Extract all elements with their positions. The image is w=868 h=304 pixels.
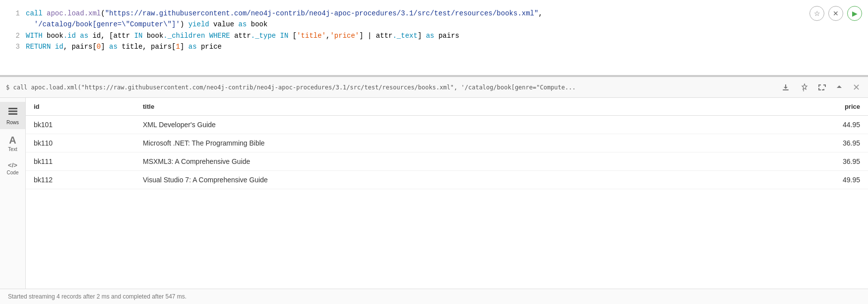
code-content-2: WITH book.id as id, [attr IN book._child… [26, 30, 838, 41]
svg-rect-3 [8, 111, 17, 112]
scroll-top-button[interactable] [833, 81, 846, 94]
results-panel: $ call apoc.load.xml("https://raw.github… [0, 77, 868, 304]
results-close-button[interactable]: ✕ [851, 80, 862, 95]
svg-rect-2 [8, 108, 17, 109]
code-editor: 1 call apoc.load.xml("https://raw.github… [0, 0, 868, 77]
code-content-1b: '/catalog/book[genre=\"Computer\"]') yie… [26, 19, 838, 30]
results-toolbar-actions: ✕ [779, 80, 862, 95]
col-header-title: title [135, 98, 808, 116]
star-button[interactable]: ☆ [809, 6, 824, 21]
cell-price: 36.95 [808, 152, 868, 171]
table-row: bk112Visual Studio 7: A Comprehensive Gu… [26, 171, 868, 189]
results-toolbar: $ call apoc.load.xml("https://raw.github… [0, 77, 868, 98]
sidebar: Rows A Text </> Code [0, 98, 26, 289]
cell-id: bk111 [26, 152, 135, 171]
code-icon: </> [8, 162, 17, 168]
cell-price: 44.95 [808, 116, 868, 134]
code-line-2: 2 WITH book.id as id, [attr IN book._chi… [8, 30, 838, 41]
cell-id: bk110 [26, 134, 135, 152]
close-button[interactable]: ✕ [828, 6, 843, 21]
download-button[interactable] [779, 81, 792, 94]
status-bar: Started streaming 4 records after 2 ms a… [0, 289, 868, 304]
expand-button[interactable] [815, 81, 828, 94]
table-row: bk110Microsoft .NET: The Programming Bib… [26, 134, 868, 152]
sidebar-item-code[interactable]: </> Code [0, 158, 25, 179]
status-message: Started streaming 4 records after 2 ms a… [8, 293, 186, 300]
table-area: id title price bk101XML Developer's Guid… [26, 98, 868, 289]
cell-price: 49.95 [808, 171, 868, 189]
text-icon: A [9, 135, 16, 145]
cell-id: bk101 [26, 116, 135, 134]
rows-label: Rows [6, 120, 19, 125]
sidebar-item-text[interactable]: A Text [0, 131, 25, 156]
editor-actions: ☆ ✕ ▶ [809, 6, 862, 21]
code-line-1b: '/catalog/book[genre=\"Computer\"]') yie… [8, 19, 838, 30]
rows-icon [7, 106, 18, 118]
text-label: Text [8, 147, 17, 152]
svg-rect-4 [8, 113, 17, 115]
code-content-1: call apoc.load.xml("https://raw.githubus… [26, 8, 838, 19]
results-query-preview: $ call apoc.load.xml("https://raw.github… [6, 84, 773, 91]
col-header-id: id [26, 98, 135, 116]
col-header-price: price [808, 98, 868, 116]
table-row: bk111MSXML3: A Comprehensive Guide36.95 [26, 152, 868, 171]
line-number-1: 1 [8, 8, 20, 19]
cell-price: 36.95 [808, 134, 868, 152]
svg-rect-0 [783, 89, 789, 90]
run-button[interactable]: ▶ [847, 6, 862, 21]
cell-title: MSXML3: A Comprehensive Guide [135, 152, 808, 171]
table-header: id title price [26, 98, 868, 116]
code-line-1: 1 call apoc.load.xml("https://raw.github… [8, 8, 838, 19]
pin-button[interactable] [797, 81, 810, 94]
code-line-3: 3 RETURN id, pairs[0] as title, pairs[1]… [8, 41, 838, 52]
table-row: bk101XML Developer's Guide44.95 [26, 116, 868, 134]
cell-title: XML Developer's Guide [135, 116, 808, 134]
results-table: id title price bk101XML Developer's Guid… [26, 98, 868, 189]
cell-id: bk112 [26, 171, 135, 189]
sidebar-item-rows[interactable]: Rows [0, 102, 25, 129]
main-content: Rows A Text </> Code id title price [0, 98, 868, 289]
code-content-3: RETURN id, pairs[0] as title, pairs[1] a… [26, 41, 838, 52]
table-body: bk101XML Developer's Guide44.95bk110Micr… [26, 116, 868, 189]
cell-title: Microsoft .NET: The Programming Bible [135, 134, 808, 152]
line-number-2: 2 [8, 30, 20, 41]
line-number-3: 3 [8, 41, 20, 52]
cell-title: Visual Studio 7: A Comprehensive Guide [135, 171, 808, 189]
header-row: id title price [26, 98, 868, 116]
code-label: Code [7, 170, 19, 175]
